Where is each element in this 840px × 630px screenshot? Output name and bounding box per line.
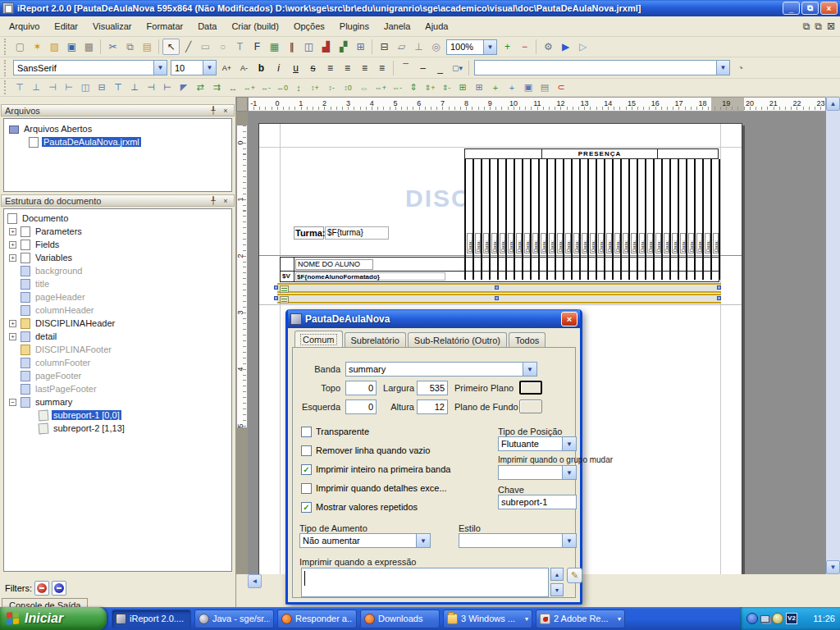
- run-with-connection-icon[interactable]: ▷: [574, 39, 591, 55]
- center-in-page-icon[interactable]: +: [504, 80, 520, 95]
- checkbox-remover-linha-quando-vazio[interactable]: Remover linha quando vazio: [301, 445, 430, 456]
- filter-info-button[interactable]: [52, 581, 66, 596]
- start-button[interactable]: Iniciar: [0, 607, 107, 630]
- tree-item-lastpagefooter[interactable]: lastPageFooter: [4, 382, 231, 395]
- new-report-icon[interactable]: ▢: [11, 39, 29, 55]
- spacing-h-icon[interactable]: ↔: [225, 80, 241, 95]
- style-select[interactable]: ▼: [474, 60, 730, 75]
- duplicate-page-icon[interactable]: ▩: [80, 39, 98, 55]
- dialog-title-bar[interactable]: PautaDeAulaNova ×: [288, 309, 580, 328]
- pin-icon[interactable]: ╀: [208, 197, 218, 205]
- date-column[interactable]: Data:: [555, 159, 563, 280]
- center-in-band-icon[interactable]: +: [487, 80, 504, 95]
- scroll-left-icon[interactable]: ◄: [248, 574, 262, 588]
- tree-item-background[interactable]: background: [4, 264, 231, 277]
- pin-icon[interactable]: ╀: [208, 107, 218, 115]
- date-column[interactable]: Data:: [637, 159, 645, 280]
- report-wizard-icon[interactable]: ✶: [29, 39, 46, 55]
- close-button[interactable]: ×: [820, 2, 838, 15]
- font-family-select[interactable]: SansSerif▼: [13, 60, 167, 75]
- align-right-margin-icon[interactable]: ⊢: [159, 80, 176, 95]
- toolbar-grip[interactable]: [4, 60, 9, 76]
- topo-field[interactable]: 0: [345, 381, 377, 395]
- date-column[interactable]: Data:: [653, 159, 661, 280]
- width-plus-icon[interactable]: ⇔+: [372, 80, 389, 95]
- filter-errors-button[interactable]: [34, 581, 49, 596]
- resize-handle[interactable]: [717, 296, 721, 300]
- menu-data[interactable]: Data: [190, 20, 224, 33]
- frame-tool-icon[interactable]: ◫: [300, 39, 317, 55]
- checkbox-icon[interactable]: [301, 427, 312, 437]
- menu-op-es[interactable]: Opções: [286, 20, 332, 33]
- open-file-item[interactable]: PautaDeAulaNova.jrxml: [4, 135, 231, 148]
- date-column[interactable]: Data:: [505, 159, 514, 280]
- expression-editor-button[interactable]: ✎: [567, 568, 582, 583]
- open-report-icon[interactable]: ▨: [46, 39, 63, 55]
- copy-icon[interactable]: ⧉: [121, 39, 139, 55]
- largura-field[interactable]: 535: [417, 381, 448, 395]
- network-tray-icon[interactable]: [760, 615, 769, 623]
- spinner-up-icon[interactable]: ▲: [550, 568, 564, 581]
- chave-field[interactable]: subreport-1: [498, 495, 577, 509]
- pointer-tool-icon[interactable]: ↖: [162, 39, 180, 55]
- align-center-icon[interactable]: ≡: [339, 60, 356, 76]
- taskbar-item-downloads[interactable]: Downloads: [360, 609, 440, 628]
- subreport-2-element[interactable]: [277, 294, 721, 304]
- same-size-icon[interactable]: ⊞: [454, 80, 471, 95]
- tree-item-fields[interactable]: +Fields: [4, 238, 231, 251]
- tree-item-summary[interactable]: −summary: [4, 395, 231, 409]
- same-spacing-h-icon[interactable]: ⇄: [192, 80, 208, 95]
- date-column[interactable]: Data:: [661, 159, 669, 280]
- align-right-icon[interactable]: ≡: [356, 60, 373, 76]
- fit-to-band-icon[interactable]: ⊞: [471, 80, 487, 95]
- taskbar-item-2-adobe-re[interactable]: 2 Adobe Re...▾: [536, 609, 625, 628]
- paste-icon[interactable]: ▤: [139, 39, 156, 55]
- expressao-textarea[interactable]: [301, 568, 549, 597]
- tab-sub-relat-rio-outro[interactable]: Sub-Relatório (Outro): [408, 332, 507, 348]
- date-column[interactable]: Data:: [694, 159, 702, 280]
- center-vertical-icon[interactable]: ⊟: [94, 80, 110, 95]
- spacing-h-zero-icon[interactable]: ↔0: [274, 80, 290, 95]
- tree-item-variables[interactable]: +Variables: [4, 251, 231, 264]
- tree-item-subreport-2-1-13[interactable]: subreport-2 [1,13]: [4, 422, 231, 435]
- checkbox-icon[interactable]: [301, 483, 312, 494]
- tree-item-detail[interactable]: +detail: [4, 330, 231, 343]
- date-column[interactable]: Data:: [538, 159, 546, 280]
- same-width-icon[interactable]: ⇔: [356, 80, 372, 95]
- vertical-scrollbar[interactable]: ▲ ▼: [826, 97, 840, 574]
- menu-janela[interactable]: Janela: [377, 20, 418, 33]
- taskbar-item-java-sge-sr[interactable]: Java - sge/sr...: [194, 609, 274, 628]
- date-column[interactable]: Data:: [497, 159, 505, 280]
- altura-field[interactable]: 12: [417, 399, 448, 414]
- increase-font-icon[interactable]: A+: [218, 60, 235, 76]
- tree-item-disciplinafooter[interactable]: DISCIPLINAFooter: [4, 343, 231, 356]
- foreground-color-button[interactable]: [519, 381, 542, 395]
- align-left-edge-icon[interactable]: ⊣: [44, 80, 61, 95]
- width-minus-icon[interactable]: ⇔-: [389, 80, 405, 95]
- align-top-icon[interactable]: ⊤: [11, 80, 28, 95]
- date-column[interactable]: Data:: [620, 159, 628, 280]
- tree-item-documento[interactable]: Documento: [4, 212, 231, 225]
- align-band-bottom-icon[interactable]: ⊥: [126, 80, 143, 95]
- checkbox-imprimir-quando-detalhes-exce[interactable]: Imprimir quando detalhes exce...: [301, 482, 447, 494]
- page-settings-icon[interactable]: ▤: [536, 80, 553, 95]
- date-column[interactable]: Data:: [563, 159, 571, 280]
- tab-comum[interactable]: Comum: [294, 331, 343, 348]
- tab-todos[interactable]: Todos: [509, 332, 546, 348]
- border-select-icon[interactable]: ▢▾: [449, 60, 466, 76]
- tree-item-pagefooter[interactable]: pageFooter: [4, 369, 231, 382]
- date-column[interactable]: Data:: [489, 159, 497, 280]
- turma-static-text[interactable]: Turma:: [294, 226, 324, 240]
- mdi-restore-icon[interactable]: ⧉: [803, 21, 810, 32]
- align-right-edge-icon[interactable]: ⊢: [61, 80, 77, 95]
- italic-icon[interactable]: i: [270, 60, 287, 76]
- tree-expander-icon[interactable]: +: [9, 333, 16, 340]
- same-height-icon[interactable]: ⇕: [405, 80, 422, 95]
- zoom-in-icon[interactable]: +: [499, 39, 516, 55]
- panel-tool-icon[interactable]: ▱: [393, 39, 410, 55]
- checkbox-mostrar-valores-repetidos[interactable]: ✓Mostrar valores repetidos: [301, 501, 418, 513]
- date-column[interactable]: Data:: [628, 159, 637, 280]
- static-text-tool-icon[interactable]: T: [231, 39, 249, 55]
- align-band-top-icon[interactable]: ⊤: [110, 80, 126, 95]
- date-column[interactable]: Data:: [571, 159, 579, 280]
